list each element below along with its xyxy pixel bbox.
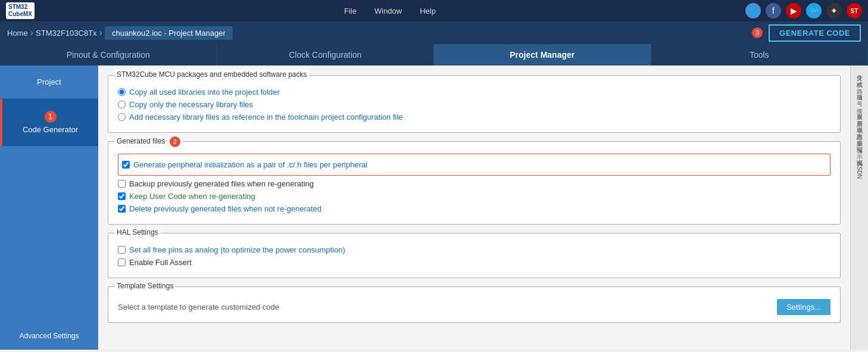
star-icon[interactable]: ✦	[826, 3, 842, 18]
check-backup-label: Backup previously generated files when r…	[129, 179, 314, 188]
generate-badge: 3	[752, 27, 763, 38]
right-panel-text-2: 式模	[854, 74, 865, 79]
facebook-icon[interactable]: f	[766, 3, 781, 18]
hal-settings-title: HAL Settings	[114, 228, 161, 236]
radio-copy-necessary-label: Copy only the necessary library files	[129, 100, 253, 109]
check-keep-user-code[interactable]: Keep User Code when re-generating	[118, 192, 830, 201]
right-panel-text-9: 现率	[854, 120, 865, 125]
tab-project-manager[interactable]: Project Manager	[434, 44, 651, 66]
breadcrumb-mcu[interactable]: STM32F103C8Tx	[36, 29, 97, 38]
right-panel-text-6: 接	[854, 101, 865, 105]
check-backup-input[interactable]	[118, 180, 126, 188]
hal-settings-section: HAL Settings Set all free pins as analog…	[108, 233, 841, 278]
right-panel: 文件 式模 路 项目 号 接 展展 新用 现率 路思 新项 编写 示 实现 CS…	[850, 66, 868, 350]
radio-copy-all[interactable]: Copy all used libraries into the project…	[118, 88, 830, 96]
check-analog-pins-input[interactable]	[118, 246, 126, 254]
content-area: STM32Cube MCU packages and embedded soft…	[98, 66, 850, 350]
social-icons: 🌐 f ▶ 🐦 ✦ ST	[745, 3, 862, 18]
radio-add-reference-input[interactable]	[118, 113, 126, 121]
settings-button[interactable]: Settings...	[777, 299, 830, 315]
template-settings-title: Template Settings	[114, 282, 176, 290]
breadcrumb-right: 3 GENERATE CODE	[752, 24, 861, 42]
mcu-packages-section: STM32Cube MCU packages and embedded soft…	[108, 75, 841, 133]
sidebar-item-project[interactable]: Project	[0, 66, 98, 99]
tab-clock[interactable]: Clock Configuration	[217, 44, 435, 66]
check-keep-user-code-label: Keep User Code when re-generating	[129, 192, 255, 201]
breadcrumb-home[interactable]: Home	[7, 29, 28, 38]
right-panel-text-7: 展展	[854, 107, 865, 112]
check-full-assert-label: Enable Full Assert	[129, 258, 192, 267]
menu-help[interactable]: Help	[420, 7, 436, 15]
sidebar-item-code-generator[interactable]: 1 Code Generator	[0, 99, 98, 147]
radio-add-reference-label: Add necessary library files as reference…	[129, 113, 403, 122]
main-layout: Project 1 Code Generator Advanced Settin…	[0, 66, 868, 350]
sidebar-item-advanced-settings[interactable]: Advanced Settings	[0, 323, 98, 350]
template-settings-section: Template Settings Select a template to g…	[108, 286, 841, 323]
generated-files-title: Generated files 2	[114, 136, 183, 147]
template-placeholder: Select a template to generate customized…	[118, 303, 279, 311]
logo: STM32 CubeMX	[6, 2, 35, 19]
radio-copy-necessary-input[interactable]	[118, 101, 126, 108]
logo-text: STM32 CubeMX	[6, 2, 35, 19]
right-panel-text-3: 路	[854, 81, 865, 86]
menu-file[interactable]: File	[344, 7, 357, 15]
right-panel-text-14: 实现	[854, 153, 865, 158]
st-icon[interactable]: ST	[847, 3, 862, 18]
radio-add-reference[interactable]: Add necessary library files as reference…	[118, 113, 830, 122]
breadcrumb: Home › STM32F103C8Tx › chuankou2.ioc - P…	[0, 21, 868, 44]
sidebar: Project 1 Code Generator Advanced Settin…	[0, 66, 98, 350]
right-panel-text-4: 项目	[854, 88, 865, 92]
right-panel-text-8: 新用	[854, 114, 865, 119]
breadcrumb-arrow-1: ›	[30, 27, 33, 38]
check-keep-user-code-input[interactable]	[118, 192, 126, 200]
right-panel-text-5: 号	[854, 94, 865, 99]
right-panel-text-csdn: CSDN	[855, 160, 864, 181]
check-analog-pins-label: Set all free pins as analog (to optimize…	[129, 245, 345, 254]
twitter-icon[interactable]: 🐦	[806, 3, 822, 18]
check-generate-peripheral[interactable]: Generate peripheral initialization as a …	[118, 154, 830, 176]
right-panel-text-1: 文件	[854, 68, 865, 73]
generated-files-badge: 2	[170, 136, 180, 147]
check-backup[interactable]: Backup previously generated files when r…	[118, 179, 830, 188]
right-panel-text-12: 编写	[854, 140, 865, 145]
right-panel-text-11: 新项	[854, 133, 865, 138]
mcu-packages-title: STM32Cube MCU packages and embedded soft…	[114, 70, 310, 79]
generate-code-button[interactable]: GENERATE CODE	[769, 24, 861, 42]
radio-copy-necessary[interactable]: Copy only the necessary library files	[118, 100, 830, 109]
tab-tools[interactable]: Tools	[651, 44, 869, 66]
globe-icon[interactable]: 🌐	[745, 3, 761, 18]
right-panel-text-13: 示	[854, 147, 865, 151]
check-delete-prev-input[interactable]	[118, 205, 126, 213]
menu-window[interactable]: Window	[374, 7, 402, 15]
radio-copy-all-label: Copy all used libraries into the project…	[129, 88, 280, 96]
radio-copy-all-input[interactable]	[118, 88, 126, 96]
menu-bar: File Window Help	[35, 7, 745, 15]
breadcrumb-project[interactable]: chuankou2.ioc - Project Manager	[105, 26, 233, 40]
breadcrumb-arrow-2: ›	[99, 27, 102, 38]
check-analog-pins[interactable]: Set all free pins as analog (to optimize…	[118, 245, 830, 254]
check-full-assert-input[interactable]	[118, 258, 126, 266]
tab-pinout[interactable]: Pinout & Configuration	[0, 44, 217, 66]
check-full-assert[interactable]: Enable Full Assert	[118, 258, 830, 267]
check-generate-peripheral-label: Generate peripheral initialization as a …	[133, 160, 367, 169]
top-bar: STM32 CubeMX File Window Help 🌐 f ▶ 🐦 ✦ …	[0, 0, 868, 21]
right-panel-text-10: 路思	[854, 127, 865, 132]
youtube-icon[interactable]: ▶	[786, 3, 801, 18]
generated-files-section: Generated files 2 Generate peripheral in…	[108, 141, 841, 225]
tab-bar: Pinout & Configuration Clock Configurati…	[0, 44, 868, 66]
check-delete-prev[interactable]: Delete previously generated files when n…	[118, 204, 830, 213]
sidebar-badge-1: 1	[45, 111, 57, 123]
check-generate-peripheral-input[interactable]	[122, 161, 130, 169]
check-delete-prev-label: Delete previously generated files when n…	[129, 204, 321, 213]
